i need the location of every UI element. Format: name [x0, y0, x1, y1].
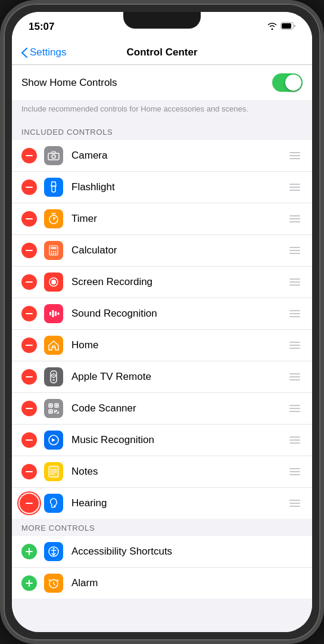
- drag-handle[interactable]: [287, 371, 303, 383]
- svg-point-13: [53, 253, 54, 254]
- sound-recognition-icon: [44, 304, 63, 323]
- drag-handle[interactable]: [287, 150, 303, 162]
- list-item: Hearing: [12, 488, 312, 519]
- svg-point-24: [53, 375, 54, 376]
- list-item: Accessibility Shortcuts: [12, 536, 312, 568]
- svg-point-10: [53, 251, 54, 252]
- svg-point-46: [54, 506, 56, 507]
- notes-label: Notes: [71, 466, 287, 478]
- svg-rect-19: [55, 311, 57, 316]
- notes-icon: [44, 462, 63, 481]
- sound-recognition-label: Sound Recognition: [71, 308, 287, 320]
- alarm-icon: [44, 574, 63, 593]
- svg-rect-29: [52, 379, 55, 381]
- remove-music-recognition-button[interactable]: [21, 432, 37, 448]
- screen-recording-label: Screen Recording: [71, 276, 287, 288]
- svg-rect-18: [52, 310, 54, 317]
- timer-icon: [44, 209, 63, 228]
- svg-point-12: [51, 253, 52, 254]
- list-item: Screen Recording: [12, 267, 312, 298]
- add-accessibility-shortcuts-button[interactable]: [21, 544, 37, 559]
- phone-screen: 15:07: [12, 12, 312, 632]
- drag-handle[interactable]: [287, 213, 303, 225]
- show-home-controls-row: Show Home Controls: [12, 65, 312, 100]
- list-item: Apple TV Remote: [12, 361, 312, 393]
- svg-point-11: [55, 251, 56, 252]
- svg-point-14: [55, 253, 56, 254]
- list-item: Calculator: [12, 235, 312, 267]
- phone-frame: 15:07: [0, 0, 324, 644]
- svg-rect-33: [50, 405, 52, 407]
- drag-handle[interactable]: [287, 276, 303, 288]
- list-item: Flashlight: [12, 172, 312, 203]
- music-recognition-label: Music Recognition: [71, 434, 287, 446]
- svg-rect-5: [52, 186, 55, 192]
- svg-rect-34: [56, 405, 58, 407]
- list-item: Code Scanner: [12, 393, 312, 425]
- remove-hearing-button[interactable]: [21, 496, 37, 511]
- home-icon: [44, 336, 63, 355]
- hearing-icon: [44, 494, 63, 513]
- drag-handle[interactable]: [287, 497, 303, 509]
- status-bar: 15:07: [12, 12, 312, 42]
- svg-point-9: [51, 251, 52, 252]
- drag-handle[interactable]: [287, 339, 303, 351]
- remove-sound-recognition-button[interactable]: [21, 306, 37, 321]
- list-item: Timer: [12, 203, 312, 235]
- list-item: Camera: [12, 140, 312, 172]
- svg-rect-2: [48, 153, 59, 160]
- remove-apple-tv-remote-button[interactable]: [21, 369, 37, 385]
- svg-point-3: [52, 155, 55, 159]
- bottom-bar: [12, 624, 312, 632]
- drag-handle[interactable]: [287, 244, 303, 256]
- remove-code-scanner-button[interactable]: [21, 401, 37, 416]
- drag-handle[interactable]: [287, 308, 303, 320]
- more-controls-header: MORE CONTROLS: [12, 519, 312, 536]
- svg-point-48: [53, 548, 55, 550]
- apple-tv-remote-label: Apple TV Remote: [71, 371, 287, 383]
- remove-timer-button[interactable]: [21, 211, 37, 227]
- add-alarm-button[interactable]: [21, 575, 37, 591]
- nav-bar: Settings Control Center: [12, 42, 312, 65]
- toggle-description: Include recommended controls for Home ac…: [12, 100, 312, 123]
- remove-notes-button[interactable]: [21, 464, 37, 479]
- timer-label: Timer: [71, 213, 287, 225]
- remove-flashlight-button[interactable]: [21, 179, 37, 195]
- home-indicator: [123, 632, 201, 633]
- list-item: Sound Recognition: [12, 298, 312, 330]
- status-icons: [267, 21, 295, 32]
- remove-camera-button[interactable]: [21, 148, 37, 163]
- page-title: Control Center: [127, 47, 198, 58]
- battery-icon: [281, 21, 295, 32]
- svg-rect-22: [51, 371, 57, 383]
- svg-rect-1: [282, 23, 291, 29]
- remove-calculator-button[interactable]: [21, 243, 37, 258]
- drag-handle[interactable]: [287, 181, 303, 193]
- screen-recording-icon: [44, 273, 63, 292]
- drag-handle[interactable]: [287, 402, 303, 414]
- remove-screen-recording-button[interactable]: [21, 274, 37, 290]
- included-controls-list: Camera Flashlight: [12, 140, 312, 519]
- hearing-label: Hearing: [71, 497, 287, 509]
- content-area: Show Home Controls Include recommended c…: [12, 65, 312, 624]
- camera-icon: [44, 146, 63, 165]
- home-label: Home: [71, 339, 287, 351]
- svg-point-16: [51, 280, 56, 284]
- drag-handle[interactable]: [287, 434, 303, 446]
- calculator-label: Calculator: [71, 244, 287, 256]
- home-controls-toggle[interactable]: [272, 73, 303, 92]
- list-item: Notes: [12, 456, 312, 488]
- svg-rect-35: [50, 411, 52, 413]
- music-recognition-icon: [44, 431, 63, 450]
- flashlight-icon: [44, 178, 63, 197]
- svg-rect-8: [51, 247, 57, 249]
- calculator-icon: [44, 241, 63, 260]
- included-controls-header: INCLUDED CONTROLS: [12, 123, 312, 140]
- code-scanner-icon: [44, 399, 63, 418]
- remove-home-button[interactable]: [21, 338, 37, 353]
- code-scanner-label: Code Scanner: [71, 402, 287, 414]
- svg-rect-20: [58, 312, 60, 315]
- toggle-label: Show Home Controls: [21, 77, 117, 89]
- back-button[interactable]: Settings: [21, 47, 66, 58]
- drag-handle[interactable]: [287, 466, 303, 478]
